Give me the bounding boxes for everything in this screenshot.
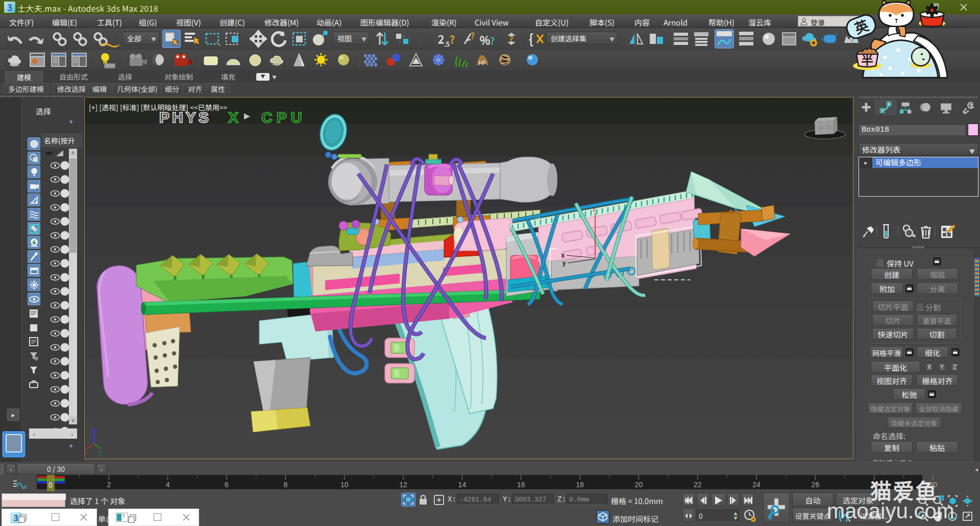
svg-text:30: 30 xyxy=(929,481,937,489)
svg-text:14: 14 xyxy=(458,481,467,489)
svg-text:X: X xyxy=(228,109,241,126)
svg-text:16: 16 xyxy=(517,481,525,489)
svg-text:22: 22 xyxy=(694,481,702,489)
svg-text:CPU: CPU xyxy=(261,109,306,126)
svg-text:z: z xyxy=(91,426,93,435)
svg-text:26: 26 xyxy=(812,481,820,489)
svg-text:0: 0 xyxy=(48,480,53,490)
svg-text:y: y xyxy=(562,258,566,267)
svg-text:6: 6 xyxy=(225,481,229,489)
svg-text:?: ? xyxy=(471,30,475,41)
svg-text:左: 左 xyxy=(827,124,831,130)
svg-text:2: 2 xyxy=(107,481,111,489)
svg-text:后: 后 xyxy=(819,125,823,131)
svg-text:10: 10 xyxy=(340,481,349,489)
svg-text:y: y xyxy=(99,448,102,456)
svg-text:x: x xyxy=(85,448,87,456)
svg-text:?: ? xyxy=(509,33,513,44)
svg-text:24: 24 xyxy=(752,481,761,489)
svg-text:4: 4 xyxy=(166,481,170,489)
svg-text:0x: 0x xyxy=(501,56,507,64)
svg-text:HF: HF xyxy=(479,60,486,66)
svg-text:12: 12 xyxy=(399,481,407,489)
svg-text:28: 28 xyxy=(870,481,878,489)
svg-text:PHYS: PHYS xyxy=(159,109,211,126)
svg-text:20: 20 xyxy=(635,481,643,489)
svg-text:8: 8 xyxy=(284,481,288,489)
svg-text:半: 半 xyxy=(861,51,873,68)
svg-text:{: { xyxy=(529,30,533,47)
svg-text:18: 18 xyxy=(576,481,584,489)
svg-text:z: z xyxy=(593,204,596,213)
